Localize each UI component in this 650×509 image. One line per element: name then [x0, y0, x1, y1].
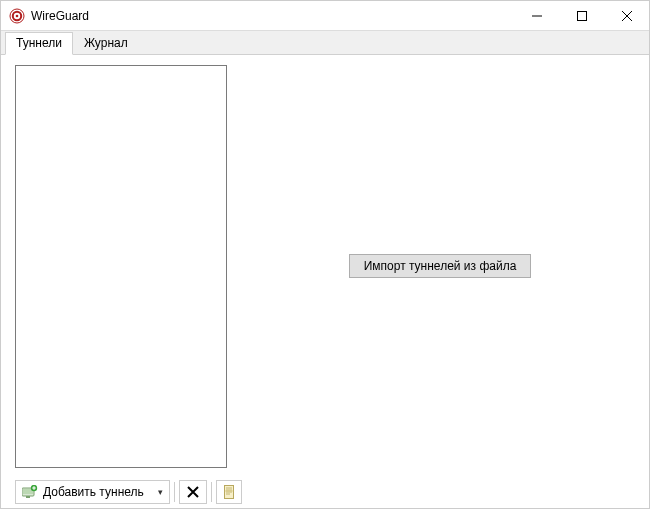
toolbar-separator-2: [211, 482, 212, 502]
import-tunnels-button[interactable]: Импорт туннелей из файла: [349, 254, 532, 278]
svg-rect-6: [26, 496, 30, 498]
wireguard-app-icon: [9, 8, 25, 24]
window-title: WireGuard: [31, 9, 89, 23]
export-icon: [223, 485, 235, 499]
add-tunnel-icon: [22, 485, 38, 499]
delete-icon: [187, 486, 199, 498]
titlebar: WireGuard: [1, 1, 649, 31]
tab-tunnels[interactable]: Туннели: [5, 32, 73, 55]
bottom-toolbar: Добавить туннель ▾: [1, 476, 649, 508]
tab-bar: Туннели Журнал: [1, 31, 649, 55]
maximize-button[interactable]: [559, 1, 604, 31]
svg-point-2: [16, 14, 19, 17]
export-tunnels-button[interactable]: [216, 480, 242, 504]
minimize-button[interactable]: [514, 1, 559, 31]
add-tunnel-label: Добавить туннель: [43, 485, 144, 499]
chevron-down-icon: ▾: [158, 487, 163, 497]
delete-tunnel-button[interactable]: [179, 480, 207, 504]
tab-log[interactable]: Журнал: [73, 32, 139, 54]
toolbar-separator: [174, 482, 175, 502]
svg-rect-3: [577, 11, 586, 20]
add-tunnel-button[interactable]: Добавить туннель: [15, 480, 152, 504]
content-area: Импорт туннелей из файла: [1, 55, 649, 476]
left-panel: [1, 55, 231, 476]
tunnel-list[interactable]: [15, 65, 227, 468]
tab-tunnels-label: Туннели: [16, 36, 62, 50]
close-button[interactable]: [604, 1, 649, 31]
tab-log-label: Журнал: [84, 36, 128, 50]
add-tunnel-dropdown[interactable]: ▾: [152, 480, 170, 504]
right-panel: Импорт туннелей из файла: [231, 55, 649, 476]
